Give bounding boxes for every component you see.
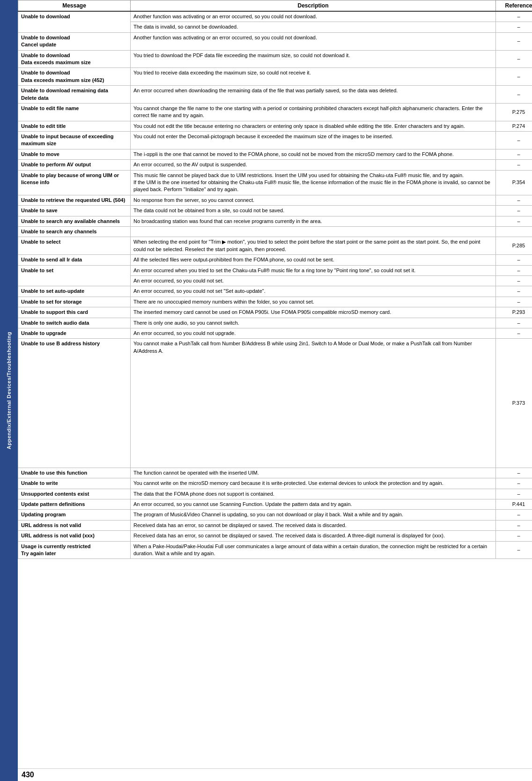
table-row: Unable to support this cardThe inserted … bbox=[18, 307, 532, 318]
message-cell: Unable to edit title bbox=[18, 121, 131, 131]
table-row: Unable to download remaining data Delete… bbox=[18, 86, 532, 104]
page-number: 430 bbox=[22, 771, 34, 779]
reference-cell: – bbox=[496, 478, 532, 489]
reference-cell: – bbox=[496, 160, 532, 170]
reference-cell: – bbox=[496, 275, 532, 286]
table-row: Unable to play because of wrong UIM or l… bbox=[18, 170, 532, 195]
reference-cell: – bbox=[496, 286, 532, 297]
message-cell: URL address is not valid bbox=[18, 520, 131, 530]
table-row: Unsupported contents existThe data that … bbox=[18, 489, 532, 499]
description-cell: An error occurred when you tried to set … bbox=[131, 265, 496, 275]
reference-cell: – bbox=[496, 489, 532, 499]
description-cell: No broadcasting station was found that c… bbox=[131, 216, 496, 226]
table-row: Unable to perform AV outputAn error occu… bbox=[18, 160, 532, 170]
description-cell: You cannot change the file name to the o… bbox=[131, 103, 496, 121]
table-row: Unable to set auto-updateAn error occurr… bbox=[18, 286, 532, 297]
message-cell: Unable to play because of wrong UIM or l… bbox=[18, 170, 131, 195]
message-cell: Unable to write bbox=[18, 478, 131, 489]
reference-cell: – bbox=[496, 22, 532, 32]
description-cell: You could not edit the title because ent… bbox=[131, 121, 496, 131]
description-cell: When a Pake-Houdai/Pake-Houdai Full user… bbox=[131, 541, 496, 559]
table-row: Unable to search any channels bbox=[18, 226, 532, 237]
table-row: Unable to download Data exceeds maximum … bbox=[18, 68, 532, 86]
main-content: Message Description Reference Unable to … bbox=[18, 0, 532, 781]
reference-cell: – bbox=[496, 265, 532, 275]
table-row: Unable to send all Ir dataAll the select… bbox=[18, 255, 532, 265]
description-cell bbox=[131, 226, 496, 237]
description-cell: When selecting the end point for "Trim ▶… bbox=[131, 237, 496, 255]
table-row: Updating programThe program of Music&Vid… bbox=[18, 510, 532, 520]
reference-cell: – bbox=[496, 531, 532, 541]
sidebar-label: Appendix/External Devices/Troubleshootin… bbox=[6, 332, 12, 449]
message-cell: Unable to set auto-update bbox=[18, 286, 131, 297]
description-cell: Another function was activating or an er… bbox=[131, 11, 496, 22]
message-cell: Unable to download Data exceeds maximum … bbox=[18, 50, 131, 68]
reference-cell: P.275 bbox=[496, 103, 532, 121]
description-cell: No response from the server, so you cann… bbox=[131, 195, 496, 205]
reference-cell: – bbox=[496, 216, 532, 226]
table-row: Unable to selectWhen selecting the end p… bbox=[18, 237, 532, 255]
reference-cell: – bbox=[496, 318, 532, 328]
description-cell: The data that the FOMA phone does not su… bbox=[131, 489, 496, 499]
description-cell: You tried to receive data exceeding the … bbox=[131, 68, 496, 86]
table-row: Unable to saveThe data could not be obta… bbox=[18, 206, 532, 216]
reference-cell: P.274 bbox=[496, 121, 532, 131]
reference-cell bbox=[496, 226, 532, 237]
description-cell: The function cannot be operated with the… bbox=[131, 468, 496, 478]
description-cell: You cannot write on the microSD memory c… bbox=[131, 478, 496, 489]
table-row: Unable to search any available channelsN… bbox=[18, 216, 532, 226]
description-cell: An error occurred, so you cannot use Sca… bbox=[131, 499, 496, 510]
table-row: Unable to download Data exceeds maximum … bbox=[18, 50, 532, 68]
description-cell: The i-αppli is the one that cannot be mo… bbox=[131, 149, 496, 159]
message-cell: Unable to upgrade bbox=[18, 328, 131, 338]
reference-cell: – bbox=[496, 297, 532, 307]
table-row: Usage is currently restricted Try again … bbox=[18, 541, 532, 559]
table-row: Unable to switch audio dataThere is only… bbox=[18, 318, 532, 328]
description-cell: Received data has an error, so cannot be… bbox=[131, 520, 496, 530]
table-row: Unable to upgradeAn error occurred, so y… bbox=[18, 328, 532, 338]
reference-cell: – bbox=[496, 195, 532, 205]
table-wrapper: Message Description Reference Unable to … bbox=[18, 0, 532, 768]
message-cell: Unable to search any channels bbox=[18, 226, 131, 237]
description-cell: You could not enter the Decomail-pictogr… bbox=[131, 132, 496, 149]
reference-cell: – bbox=[496, 32, 532, 50]
message-cell: Unable to download bbox=[18, 11, 131, 32]
table-row: Unable to edit titleYou could not edit t… bbox=[18, 121, 532, 131]
reference-cell: – bbox=[496, 206, 532, 216]
description-cell: An error occurred, so the AV output is s… bbox=[131, 160, 496, 170]
message-cell: Unable to input because of exceeding max… bbox=[18, 132, 131, 149]
reference-cell: P.285 bbox=[496, 237, 532, 255]
reference-cell: P.354 bbox=[496, 170, 532, 195]
message-cell: Unable to download remaining data Delete… bbox=[18, 86, 131, 104]
message-cell: Update pattern definitions bbox=[18, 499, 131, 510]
table-row: Update pattern definitionsAn error occur… bbox=[18, 499, 532, 510]
message-cell: Unable to use this function bbox=[18, 468, 131, 478]
message-cell: Unable to set for storage bbox=[18, 297, 131, 307]
reference-cell: – bbox=[496, 50, 532, 68]
col-header-description: Description bbox=[131, 0, 496, 12]
message-cell: Unable to perform AV output bbox=[18, 160, 131, 170]
reference-cell: – bbox=[496, 86, 532, 104]
description-cell: An error occurred, so you could not set. bbox=[131, 275, 496, 286]
message-cell: Unable to search any available channels bbox=[18, 216, 131, 226]
table-row: Unable to use this functionThe function … bbox=[18, 468, 532, 478]
table-row: Unable to input because of exceeding max… bbox=[18, 132, 532, 149]
description-cell: The inserted memory card cannot be used … bbox=[131, 307, 496, 318]
description-cell: An error occurred, so you could not set … bbox=[131, 286, 496, 297]
table-row: Unable to writeYou cannot write on the m… bbox=[18, 478, 532, 489]
page-footer: 430 bbox=[18, 768, 532, 781]
message-cell: Unable to support this card bbox=[18, 307, 131, 318]
col-header-reference: Reference bbox=[496, 0, 532, 12]
reference-cell: – bbox=[496, 510, 532, 520]
description-cell: There is only one audio, so you cannot s… bbox=[131, 318, 496, 328]
table-row: Unable to downloadAnother function was a… bbox=[18, 11, 532, 22]
table-row: Unable to download Cancel updateAnother … bbox=[18, 32, 532, 50]
sidebar: Appendix/External Devices/Troubleshootin… bbox=[0, 0, 18, 781]
message-cell: URL address is not valid (xxx) bbox=[18, 531, 131, 541]
description-cell: There are no unoccupied memory numbers w… bbox=[131, 297, 496, 307]
description-cell: This music file cannot be played back du… bbox=[131, 170, 496, 195]
message-cell: Unable to download Data exceeds maximum … bbox=[18, 68, 131, 86]
description-cell: The program of Music&Video Channel is up… bbox=[131, 510, 496, 520]
message-cell: Usage is currently restricted Try again … bbox=[18, 541, 131, 559]
description-cell: Another function was activating or an er… bbox=[131, 32, 496, 50]
